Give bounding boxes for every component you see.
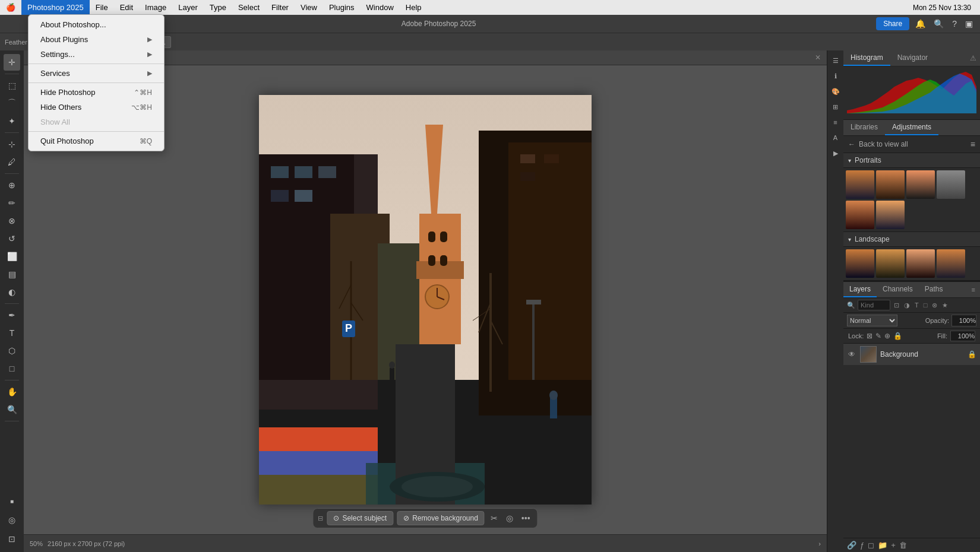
landscape-thumb-4[interactable] <box>937 249 965 278</box>
arrange-icon[interactable]: ▣ <box>963 19 975 28</box>
menubar-photoshop[interactable]: Photoshop 2025 <box>21 0 90 15</box>
layers-filter-input[interactable] <box>858 300 890 310</box>
menubar-layer[interactable]: Layer <box>172 0 204 15</box>
menu-services[interactable]: Services ▶ <box>29 66 164 81</box>
share-button[interactable]: Share <box>876 17 909 30</box>
menubar-view[interactable]: View <box>295 0 323 15</box>
new-group-button[interactable]: 📁 <box>878 541 887 550</box>
back-row[interactable]: ← Back to view all ≡ <box>843 136 980 153</box>
float-more-icon[interactable]: ••• <box>519 512 533 524</box>
type-tool[interactable]: T <box>4 325 20 341</box>
select-tool[interactable]: ⬚ <box>4 77 20 94</box>
menubar-edit[interactable]: Edit <box>114 0 139 15</box>
tab-navigator[interactable]: Navigator <box>890 50 935 66</box>
menubar-help[interactable]: Help <box>400 0 428 15</box>
add-style-button[interactable]: ƒ <box>860 541 864 550</box>
shape-filter-icon[interactable]: □ <box>922 302 929 309</box>
history-brush-tool[interactable]: ↺ <box>4 230 20 247</box>
quick-mask-tool[interactable]: ◎ <box>4 512 20 528</box>
portrait-thumb-4[interactable] <box>937 170 965 199</box>
move-tool[interactable]: ✛ <box>4 54 20 71</box>
tab-libraries[interactable]: Libraries <box>843 120 885 135</box>
hand-tool[interactable]: ✋ <box>4 383 20 400</box>
gradient-tool[interactable]: ▤ <box>4 266 20 283</box>
shape-tool[interactable]: □ <box>4 360 20 377</box>
menubar-filter[interactable]: Filter <box>265 0 295 15</box>
zoom-tool[interactable]: 🔍 <box>4 401 20 418</box>
magic-wand-tool[interactable]: ✦ <box>4 113 20 129</box>
smart-filter-icon[interactable]: ⊗ <box>931 302 938 309</box>
heal-tool[interactable]: ⊕ <box>4 177 20 193</box>
character-icon[interactable]: A <box>829 131 842 144</box>
effect-filter-icon[interactable]: ★ <box>941 302 949 309</box>
delete-layer-button[interactable]: 🗑 <box>899 541 907 550</box>
blend-mode-select[interactable]: Normal <box>847 315 897 326</box>
lock-artboard-button[interactable]: ⊕ <box>884 332 890 340</box>
layer-background[interactable]: 👁 Background 🔒 <box>843 344 980 366</box>
tab-paths[interactable]: Paths <box>919 282 949 297</box>
help-icon[interactable]: ? <box>950 19 959 28</box>
landscape-thumb-1[interactable] <box>846 249 874 278</box>
pixel-filter-icon[interactable]: ⊡ <box>893 302 900 309</box>
dodge-tool[interactable]: ◐ <box>4 284 20 300</box>
tab-histogram[interactable]: Histogram <box>843 50 890 66</box>
portrait-thumb-2[interactable] <box>876 170 905 199</box>
lock-pixels-button[interactable]: ⊠ <box>867 332 872 340</box>
add-mask-button[interactable]: ◻ <box>868 541 874 550</box>
menu-about-photoshop[interactable]: About Photoshop... <box>29 17 164 32</box>
menubar-window[interactable]: Window <box>361 0 400 15</box>
tab-layers[interactable]: Layers <box>843 282 877 297</box>
type-filter-icon[interactable]: T <box>913 302 920 309</box>
notifications-icon[interactable]: 🔔 <box>913 19 928 28</box>
swatches-icon[interactable]: ⊞ <box>829 100 842 113</box>
fill-input[interactable] <box>950 331 975 341</box>
menu-hide-others[interactable]: Hide Others ⌥⌘H <box>29 100 164 115</box>
foreground-color[interactable]: ■ <box>4 493 20 509</box>
ps-canvas[interactable]: P <box>259 95 592 505</box>
menu-quit-photoshop[interactable]: Quit Photoshop ⌘Q <box>29 134 164 148</box>
landscape-thumb-2[interactable] <box>876 249 905 278</box>
screen-mode-tool[interactable]: ⊡ <box>4 531 20 547</box>
opacity-input[interactable] <box>951 315 976 326</box>
clone-tool[interactable]: ⊗ <box>4 212 20 229</box>
layers-menu-icon[interactable]: ≡ <box>970 286 976 293</box>
lock-position-button[interactable]: ✎ <box>875 332 881 340</box>
lock-all-button[interactable]: 🔒 <box>893 332 902 340</box>
landscape-thumb-3[interactable] <box>906 249 935 278</box>
path-tool[interactable]: ⬡ <box>4 342 20 359</box>
menubar-image[interactable]: Image <box>139 0 172 15</box>
info-icon[interactable]: ℹ <box>829 69 842 83</box>
float-scissors-icon[interactable]: ✂ <box>488 512 500 524</box>
crop-tool[interactable]: ⊹ <box>4 136 20 153</box>
apple-menu[interactable]: 🍎 <box>0 0 21 15</box>
menu-icon[interactable]: ≡ <box>970 139 975 149</box>
menu-about-plugins[interactable]: About Plugins ▶ <box>29 32 164 47</box>
portrait-thumb-5[interactable] <box>846 201 874 229</box>
layer-visibility-toggle[interactable]: 👁 <box>847 350 856 359</box>
menu-settings[interactable]: Settings... ▶ <box>29 47 164 62</box>
gradient-panel-icon[interactable]: ≡ <box>829 116 842 129</box>
menubar-file[interactable]: File <box>90 0 114 15</box>
menubar-type[interactable]: Type <box>204 0 232 15</box>
float-circle-icon[interactable]: ◎ <box>504 512 516 524</box>
eraser-tool[interactable]: ⬜ <box>4 248 20 265</box>
search-toolbar-icon[interactable]: 🔍 <box>931 19 946 28</box>
portrait-thumb-1[interactable] <box>846 170 874 199</box>
select-subject-button[interactable]: ⊙ Select subject <box>327 511 393 525</box>
canvas-tab-close[interactable]: ✕ <box>815 53 821 62</box>
brush-tool[interactable]: ✏ <box>4 195 20 211</box>
actions-icon[interactable]: ▶ <box>829 147 842 160</box>
landscape-section-header[interactable]: ▾ Landscape <box>843 232 980 247</box>
portrait-thumb-3[interactable] <box>906 170 935 199</box>
eyedropper-tool[interactable]: 🖊 <box>4 154 20 170</box>
adj-filter-icon[interactable]: ◑ <box>903 302 911 309</box>
menu-hide-photoshop[interactable]: Hide Photoshop ⌃⌘H <box>29 85 164 100</box>
pen-tool[interactable]: ✒ <box>4 307 20 323</box>
tab-adjustments[interactable]: Adjustments <box>885 120 938 135</box>
new-layer-button[interactable]: + <box>891 541 896 550</box>
link-layers-button[interactable]: 🔗 <box>847 541 856 550</box>
color-icon[interactable]: 🎨 <box>829 85 842 98</box>
tab-channels[interactable]: Channels <box>877 282 919 297</box>
remove-background-button[interactable]: ⊘ Remove background <box>397 511 485 525</box>
menubar-plugins[interactable]: Plugins <box>323 0 361 15</box>
